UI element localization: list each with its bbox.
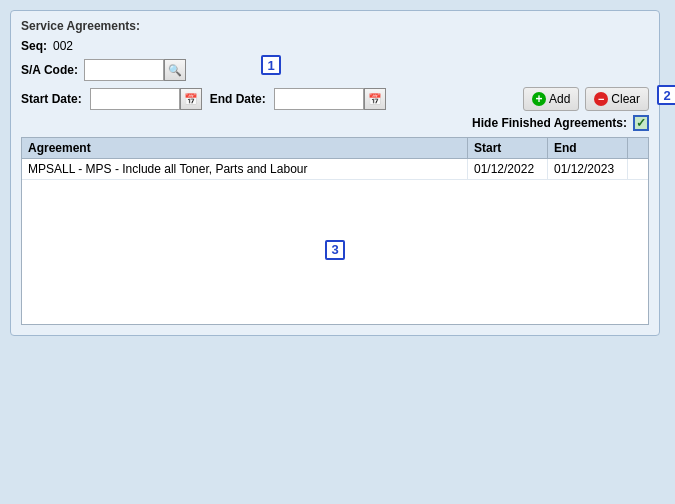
col-header-agreement: Agreement <box>22 138 468 158</box>
search-icon: 🔍 <box>168 64 182 77</box>
end-date-input[interactable] <box>274 88 364 110</box>
start-date-group: 📅 <box>90 88 202 110</box>
calendar-icon: 📅 <box>184 93 198 106</box>
annotation-box-3: 3 <box>325 240 345 260</box>
end-date-group: 📅 <box>274 88 386 110</box>
sa-code-row: S/A Code: 🔍 1 <box>21 59 649 81</box>
seq-row: Seq: 002 <box>21 39 649 53</box>
cell-agreement: MPSALL - MPS - Include all Toner, Parts … <box>22 159 468 179</box>
sa-code-input[interactable] <box>84 59 164 81</box>
col-header-extra <box>628 138 648 158</box>
seq-label: Seq: <box>21 39 47 53</box>
start-date-input[interactable] <box>90 88 180 110</box>
action-buttons-group: + Add − Clear <box>523 87 649 111</box>
start-date-label: Start Date: <box>21 92 82 106</box>
hide-finished-label: Hide Finished Agreements: <box>472 116 627 130</box>
col-header-end: End <box>548 138 628 158</box>
add-button-label: Add <box>549 92 570 106</box>
calendar-icon-end: 📅 <box>368 93 382 106</box>
add-button[interactable]: + Add <box>523 87 579 111</box>
add-icon: + <box>532 92 546 106</box>
date-action-row: Start Date: 📅 End Date: 📅 + Add <box>21 87 649 111</box>
end-date-label: End Date: <box>210 92 266 106</box>
cell-end: 01/12/2023 <box>548 159 628 179</box>
checkmark-icon: ✓ <box>636 116 646 130</box>
cell-start: 01/12/2022 <box>468 159 548 179</box>
sa-code-label: S/A Code: <box>21 63 78 77</box>
table-header: Agreement Start End <box>22 138 648 159</box>
table-row[interactable]: MPSALL - MPS - Include all Toner, Parts … <box>22 159 648 180</box>
start-date-picker-button[interactable]: 📅 <box>180 88 202 110</box>
end-date-picker-button[interactable]: 📅 <box>364 88 386 110</box>
annotation-box-1: 1 <box>261 55 281 75</box>
sa-code-search-button[interactable]: 🔍 <box>164 59 186 81</box>
clear-button[interactable]: − Clear <box>585 87 649 111</box>
sa-code-field-group: 🔍 <box>84 59 186 81</box>
hide-finished-row: Hide Finished Agreements: ✓ <box>21 115 649 131</box>
hide-finished-checkbox[interactable]: ✓ <box>633 115 649 131</box>
col-header-start: Start <box>468 138 548 158</box>
panel-title: Service Agreements: <box>21 19 649 33</box>
seq-value: 002 <box>53 39 73 53</box>
clear-button-label: Clear <box>611 92 640 106</box>
agreements-table: Agreement Start End MPSALL - MPS - Inclu… <box>21 137 649 325</box>
cell-extra <box>628 159 648 179</box>
service-agreements-panel: Service Agreements: Seq: 002 S/A Code: 🔍… <box>10 10 660 336</box>
annotation-box-2: 2 <box>657 85 675 105</box>
table-body: MPSALL - MPS - Include all Toner, Parts … <box>22 159 648 324</box>
clear-icon: − <box>594 92 608 106</box>
